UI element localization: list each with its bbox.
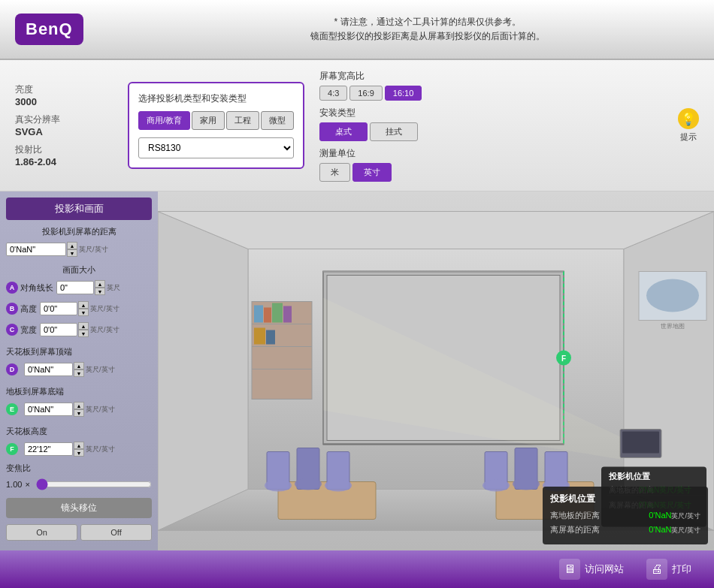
svg-rect-21 — [266, 330, 275, 345]
lens-shift-label: 镜头移位 — [61, 502, 97, 513]
specs-area: 亮度 3000 真实分辨率 SVGA 投射比 1.86-2.04 — [15, 83, 113, 167]
svg-rect-18 — [272, 303, 283, 323]
floor-bottom-label: 地板到屏幕底端 — [6, 386, 152, 397]
projector-dropdown[interactable]: RS8130 — [138, 137, 294, 158]
lens-shift-button[interactable]: 镜头移位 — [6, 498, 152, 518]
svg-text:投影机位置: 投影机位置 — [608, 472, 650, 481]
width-spin-down[interactable]: ▼ — [78, 330, 89, 337]
throw-ratio-value: 1.86-2.04 — [15, 156, 113, 167]
ceiling-height-spinner: ▲ ▼ — [74, 442, 84, 457]
brightness-value: 3000 — [15, 96, 113, 107]
ceiling-top-spin-down[interactable]: ▼ — [74, 369, 84, 377]
notice-line1: * 请注意，通过这个工具计算的结果仅供参考。 — [310, 15, 545, 29]
footer: 🖥 访问网站 🖨 打印 — [0, 550, 714, 588]
resolution-value: SVGA — [15, 126, 113, 137]
zoom-multiplier: × — [25, 480, 29, 489]
tab-engineering[interactable]: 工程 — [226, 111, 259, 130]
print-icon: 🖨 — [646, 559, 667, 580]
ceiling-top-label: 天花板到屏幕顶端 — [6, 346, 152, 357]
unit-title: 测量单位 — [319, 147, 470, 160]
width-spinner: ▲ ▼ — [78, 322, 89, 337]
diagonal-spin-up[interactable]: ▲ — [95, 280, 105, 288]
ratio-16-10[interactable]: 16:10 — [385, 86, 422, 101]
screen-distance-row: 离屏幕的距离 0'NaN英尺/英寸 — [550, 524, 700, 535]
zoom-row: 变焦比 — [6, 463, 152, 474]
diagonal-row: A 对角线长 ▲ ▼ 英尺 — [6, 280, 152, 295]
ceiling-height-input[interactable] — [24, 442, 73, 456]
diagonal-spin-down[interactable]: ▼ — [95, 288, 105, 295]
distance-field-group: ▲ ▼ 英尺/英寸 — [6, 242, 152, 257]
diagonal-spinner: ▲ ▼ — [95, 280, 105, 295]
on-button[interactable]: On — [6, 524, 77, 541]
ratio-title: 屏幕宽高比 — [319, 70, 470, 83]
brightness-label: 亮度 — [15, 83, 113, 96]
width-circle: C — [6, 324, 18, 336]
svg-point-37 — [513, 478, 540, 490]
diagonal-circle: A — [6, 282, 18, 294]
distance-spin-down[interactable]: ▼ — [67, 249, 77, 257]
height-label-group: B 高度 — [6, 303, 37, 315]
tab-home[interactable]: 家用 — [192, 111, 225, 130]
ceiling-height-label: 天花板高度 — [6, 426, 152, 437]
ceiling-height-row: F ▲ ▼ 英尺/英寸 — [6, 442, 152, 457]
center-visualization: F 世界地图 — [158, 191, 714, 550]
diagonal-label: 对角线长 — [20, 282, 53, 294]
floor-bottom-spin-down[interactable]: ▼ — [74, 409, 84, 417]
screen-distance-label: 离屏幕的距离 — [550, 524, 600, 535]
throw-ratio-spec: 投射比 1.86-2.04 — [15, 143, 113, 167]
svg-point-31 — [325, 480, 352, 492]
ceiling-top-spin-up[interactable]: ▲ — [74, 362, 84, 369]
distance-input[interactable] — [6, 243, 66, 256]
diagonal-label-group: A 对角线长 — [6, 282, 53, 294]
distance-unit: 英尺/英寸 — [79, 245, 108, 255]
ceiling-top-input[interactable] — [24, 363, 73, 376]
height-spin-down[interactable]: ▼ — [78, 309, 89, 316]
print-button[interactable]: 🖨 打印 — [646, 559, 691, 580]
diagonal-field-group: ▲ ▼ 英尺 — [56, 280, 152, 295]
ceiling-height-spin-up[interactable]: ▲ — [74, 442, 84, 449]
width-label: 宽度 — [20, 324, 37, 336]
svg-point-30 — [295, 478, 322, 490]
hint-bulb-icon: 💡 — [678, 108, 699, 129]
aspect-ratio-setting: 屏幕宽高比 4:3 16:9 16:10 — [319, 70, 470, 101]
svg-marker-11 — [158, 212, 714, 249]
distance-spin-up[interactable]: ▲ — [67, 242, 77, 249]
visit-website-button[interactable]: 🖥 访问网站 — [559, 559, 624, 580]
zoom-slider[interactable] — [36, 478, 152, 490]
unit-inch[interactable]: 英寸 — [352, 163, 392, 182]
width-spin-up[interactable]: ▲ — [78, 322, 89, 330]
height-input[interactable] — [40, 302, 77, 315]
floor-bottom-circle: E — [6, 403, 18, 415]
ceiling-top-unit: 英尺/英寸 — [86, 365, 115, 375]
unit-meter[interactable]: 米 — [319, 163, 350, 182]
tab-mini[interactable]: 微型 — [261, 111, 294, 130]
floor-distance-row: 离地板的距离 0'NaN英尺/英寸 — [550, 510, 700, 521]
height-spin-up[interactable]: ▲ — [78, 301, 89, 309]
floor-bottom-row: E ▲ ▼ 英尺/英寸 — [6, 402, 152, 417]
ratio-16-9[interactable]: 16:9 — [349, 86, 382, 101]
svg-rect-20 — [254, 328, 265, 345]
height-field-group: ▲ ▼ 英尺/英寸 — [40, 301, 152, 316]
ratio-4-3[interactable]: 4:3 — [319, 86, 347, 101]
install-desk[interactable]: 桌式 — [319, 122, 368, 141]
config-panel: 亮度 3000 真实分辨率 SVGA 投射比 1.86-2.04 选择投影机类型… — [0, 60, 714, 191]
tab-commercial-education[interactable]: 商用/教育 — [138, 111, 190, 130]
hint-button[interactable]: 💡 提示 — [678, 108, 699, 143]
off-button[interactable]: Off — [80, 524, 152, 541]
install-group: 桌式 挂式 — [319, 122, 470, 141]
svg-point-29 — [265, 480, 292, 492]
svg-text:F: F — [561, 354, 566, 363]
ceiling-height-spin-down[interactable]: ▼ — [74, 449, 84, 457]
install-hang[interactable]: 挂式 — [370, 122, 418, 141]
svg-text:世界地图: 世界地图 — [661, 323, 685, 330]
unit-group: 米 英寸 — [319, 163, 470, 182]
diagonal-input[interactable] — [56, 281, 94, 294]
zoom-value: 1.00 — [6, 480, 22, 489]
floor-distance-label: 离地板的距离 — [550, 510, 600, 521]
width-field-group: ▲ ▼ 英尺/英寸 — [40, 322, 152, 337]
floor-bottom-input[interactable] — [24, 403, 73, 416]
svg-rect-19 — [283, 306, 292, 323]
width-input[interactable] — [40, 323, 77, 336]
svg-rect-16 — [254, 306, 263, 323]
floor-bottom-spin-up[interactable]: ▲ — [74, 402, 84, 409]
